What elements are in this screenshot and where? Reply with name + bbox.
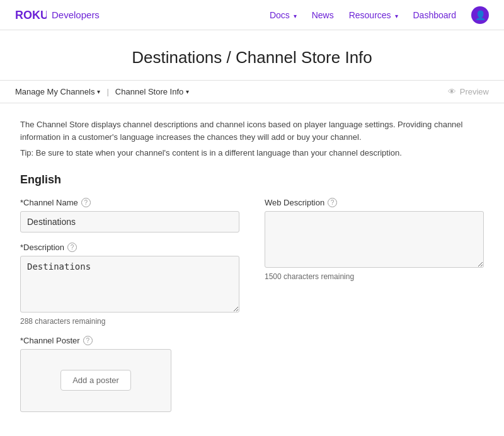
- resources-link[interactable]: Resources ▾: [349, 10, 398, 20]
- avatar[interactable]: 👤: [471, 6, 489, 24]
- channel-name-help-icon[interactable]: ?: [81, 198, 91, 207]
- breadcrumb-manage-channels[interactable]: Manage My Channels ▾: [15, 87, 100, 96]
- docs-link[interactable]: Docs ▾: [270, 10, 297, 20]
- info-main-text: The Channel Store displays channel descr…: [20, 118, 484, 143]
- svg-text:ROKU: ROKU: [15, 9, 47, 21]
- channel-poster-help-icon[interactable]: ?: [83, 336, 93, 345]
- page-title: Destinations / Channel Store Info: [0, 48, 504, 67]
- brand-developers-label: Developers: [52, 9, 100, 20]
- channel-poster-group: *Channel Poster ? Add a poster: [20, 336, 239, 412]
- web-description-group: Web Description ? 1500 characters remain…: [265, 198, 484, 281]
- breadcrumb: Manage My Channels ▾ | Channel Store Inf…: [15, 87, 189, 96]
- form-grid: *Channel Name ? *Description ? Destinati…: [20, 198, 484, 422]
- news-link[interactable]: News: [312, 10, 334, 20]
- web-description-help-icon[interactable]: ?: [328, 198, 337, 207]
- english-section-heading: English: [20, 173, 484, 186]
- web-description-col: Web Description ? 1500 characters remain…: [265, 198, 484, 422]
- channel-name-group: *Channel Name ?: [20, 198, 239, 232]
- description-label: *Description ?: [20, 243, 239, 252]
- channel-poster-label: *Channel Poster ?: [20, 336, 239, 345]
- breadcrumb-separator: |: [106, 87, 108, 96]
- channel-name-label: *Channel Name ?: [20, 198, 239, 207]
- channel-store-dropdown-icon: ▾: [186, 88, 189, 95]
- channel-name-col: *Channel Name ? *Description ? Destinati…: [20, 198, 239, 422]
- channel-name-input[interactable]: [20, 211, 239, 232]
- description-help-icon[interactable]: ?: [67, 243, 77, 252]
- brand: ROKU Developers: [15, 9, 100, 21]
- breadcrumb-channel-store-info[interactable]: Channel Store Info ▾: [115, 87, 189, 96]
- add-poster-button[interactable]: Add a poster: [60, 370, 131, 391]
- web-description-char-remaining: 1500 characters remaining: [265, 272, 484, 281]
- navbar: ROKU Developers Docs ▾ News Resources ▾ …: [0, 0, 504, 30]
- preview-icon: 👁: [448, 87, 456, 96]
- web-description-textarea[interactable]: [265, 211, 484, 268]
- description-group: *Description ? Destinations 288 characte…: [20, 243, 239, 326]
- poster-upload-area[interactable]: Add a poster: [20, 349, 171, 412]
- navbar-links: Docs ▾ News Resources ▾ Dashboard 👤: [270, 6, 489, 24]
- breadcrumb-bar: Manage My Channels ▾ | Channel Store Inf…: [0, 81, 504, 103]
- info-tip-text: Tip: Be sure to state when your channel'…: [20, 147, 484, 159]
- description-char-remaining: 288 characters remaining: [20, 317, 239, 326]
- main-content: The Channel Store displays channel descr…: [0, 103, 504, 436]
- resources-dropdown-icon: ▾: [395, 13, 398, 20]
- roku-logo[interactable]: ROKU: [15, 9, 47, 21]
- docs-dropdown-icon: ▾: [294, 13, 297, 20]
- page-title-bar: Destinations / Channel Store Info: [0, 30, 504, 81]
- preview-button[interactable]: 👁 Preview: [448, 87, 489, 96]
- manage-channels-dropdown-icon: ▾: [97, 88, 100, 95]
- web-description-label: Web Description ?: [265, 198, 484, 207]
- dashboard-link[interactable]: Dashboard: [413, 10, 457, 20]
- description-textarea[interactable]: Destinations: [20, 256, 239, 313]
